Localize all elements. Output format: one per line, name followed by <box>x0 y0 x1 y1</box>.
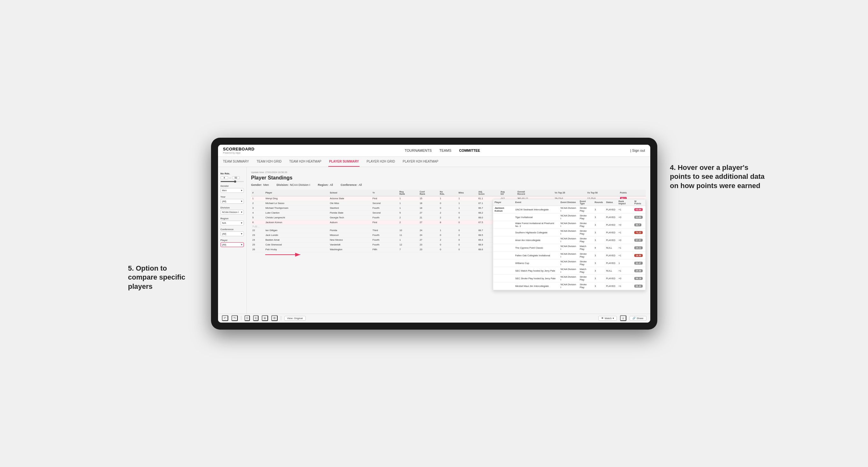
popup-col-player: Player <box>493 199 514 206</box>
brand: SCOREBOARD Powered by clippi <box>223 147 255 154</box>
gender-select[interactable]: Men ▾ <box>221 188 244 193</box>
filter-gender-label: Gender: <box>251 183 262 186</box>
year-select[interactable]: (All) ▾ <box>221 199 244 204</box>
add-button[interactable]: ⊕ <box>262 315 268 321</box>
cell-yr: Fourth <box>371 233 398 238</box>
paste-button[interactable]: ⎗ <box>253 315 258 321</box>
popup-row: Southern Highlands Collegiate NCAA Divis… <box>493 228 646 236</box>
cell-yr: Third <box>371 228 398 233</box>
popup-cell-division: NCAA Division I <box>559 206 578 213</box>
region-chevron: ▾ <box>241 222 242 224</box>
bottom-toolbar: ↶ ↷ ⎘ ⎗ ⊕ ⚙ View: Original 👁 Watch ▾ ⤓ 🔗 <box>218 314 650 322</box>
popup-col-event: Event <box>514 199 559 206</box>
col-conf-rank: ConfRank <box>418 190 438 196</box>
year-label: Year <box>221 195 244 198</box>
cell-player: Luke Clanton <box>264 210 329 215</box>
filter-gender: Gender: Men <box>251 183 269 186</box>
subnav-team-h2h-heatmap[interactable]: TEAM H2H HEATMAP <box>288 157 322 167</box>
cell-player: Jackson Koivun <box>264 220 329 225</box>
cell-yr: Second <box>371 201 398 206</box>
cell-school: Washington <box>329 247 371 252</box>
cell-no-rds: 1 <box>439 196 458 201</box>
redo-button[interactable]: ↷ <box>231 315 238 321</box>
share-button[interactable]: 🔗 Share <box>629 316 646 321</box>
cell-school: Missouri <box>329 233 371 238</box>
cell-school: Florida State <box>329 210 371 215</box>
year-value: (All) <box>222 200 226 203</box>
sub-nav: TEAM SUMMARY TEAM H2H GRID TEAM H2H HEAT… <box>218 157 650 167</box>
col-points: Points <box>619 190 646 196</box>
share-icon: 🔗 <box>632 317 636 320</box>
popup-col-type: Event Type <box>578 199 593 206</box>
popup-cell-points[interactable]: 03.64 <box>633 206 646 213</box>
nav-tournaments[interactable]: TOURNAMENTS <box>404 149 432 152</box>
player-value: (All) <box>222 243 226 246</box>
toolbar-divider-2 <box>281 316 281 320</box>
subnav-team-summary[interactable]: TEAM SUMMARY <box>222 157 250 167</box>
hover-popup: Player Event Event Division Event Type R… <box>493 199 646 290</box>
no-rds-min-input[interactable] <box>221 176 228 179</box>
player-chevron: ▾ <box>241 243 242 246</box>
conference-select[interactable]: (All) ▾ <box>221 231 244 236</box>
annotation-left: 5. Option to compare specific players <box>128 264 198 291</box>
division-chevron: ▾ <box>241 211 242 214</box>
popup-cell-rank-impact: +1 <box>617 206 633 213</box>
subnav-player-summary[interactable]: PLAYER SUMMARY <box>328 157 360 167</box>
cell-reg-rank: 1 <box>398 196 418 201</box>
cell-school: Auburn <box>329 220 371 225</box>
copy-button[interactable]: ⎘ <box>245 315 250 321</box>
update-time: Update time: 27/01/2024 16:56:26 <box>251 171 646 174</box>
popup-row: Mirobel Maui Jim Intercollegiate NCAA Di… <box>493 282 646 290</box>
col-vs50: Vs Top 50 <box>586 190 618 196</box>
table-area: Update time: 27/01/2024 16:56:26 Player … <box>247 167 650 314</box>
no-rds-slider[interactable] <box>221 181 244 182</box>
view-original-button[interactable]: View: Original <box>284 316 306 321</box>
slider-thumb <box>234 180 236 183</box>
watch-button[interactable]: 👁 Watch ▾ <box>598 316 617 321</box>
col-wins: Wins <box>457 190 477 196</box>
cell-school: Ole Miss <box>329 201 371 206</box>
cell-player: Jack Lundin <box>264 233 329 238</box>
col-yr: Yr <box>371 190 398 196</box>
cell-rank: 23 <box>251 233 264 238</box>
division-select[interactable]: NCAA Division I ▾ <box>221 210 244 215</box>
nav-committee[interactable]: COMMITTEE <box>459 149 480 152</box>
standings-title: Player Standings <box>251 175 646 181</box>
col-rank: # <box>251 190 264 196</box>
division-label: Division <box>221 206 244 209</box>
popup-row: SEC Stroke Play hosted by Jerry Pate NCA… <box>493 275 646 282</box>
cell-player: Michael Le Sasso <box>264 201 329 206</box>
col-reg-rank: RegRank <box>398 190 418 196</box>
slider-fill <box>221 181 235 182</box>
popup-row: Tiger Invitational NCAA Division I Strok… <box>493 213 646 221</box>
player-select[interactable]: (All) ▾ <box>221 242 244 247</box>
region-value: N/A <box>222 222 226 224</box>
popup-cell-rounds: 3 <box>593 206 604 213</box>
cell-yr: First <box>371 196 398 201</box>
no-rds-max-input[interactable] <box>232 176 240 179</box>
cell-school: Stanford <box>329 206 371 210</box>
subnav-team-h2h-grid[interactable]: TEAM H2H GRID <box>256 157 282 167</box>
subnav-player-h2h-heatmap[interactable]: PLAYER H2H HEATMAP <box>402 157 439 167</box>
col-no-rds: NoRds. <box>439 190 458 196</box>
col-player: Player <box>264 190 329 196</box>
popup-cell-status: PLAYED <box>604 206 617 213</box>
undo-button[interactable]: ↶ <box>222 315 228 321</box>
cell-player: Wenyi Ding <box>264 196 329 201</box>
sign-out[interactable]: | Sign out <box>630 149 645 152</box>
popup-row: Fallen Oak Collegiate Invitational NCAA … <box>493 251 646 259</box>
popup-row: SEC Match Play hosted by Jerry Pate NCAA… <box>493 267 646 275</box>
subnav-player-h2h-grid[interactable]: PLAYER H2H GRID <box>366 157 396 167</box>
nav-teams[interactable]: TEAMS <box>439 149 452 152</box>
cell-rank: 24 <box>251 238 264 242</box>
region-select[interactable]: N/A ▾ <box>221 221 244 225</box>
filter-gender-value: Men <box>263 183 269 186</box>
popup-cell-type: Stroke Play <box>578 206 593 213</box>
col-overall: OverallRecord <box>516 190 553 196</box>
filter-division-label: Division: <box>277 183 289 186</box>
division-value: NCAA Division I <box>222 211 239 214</box>
download-button[interactable]: ⤓ <box>620 315 626 321</box>
top-nav: SCOREBOARD Powered by clippi TOURNAMENTS… <box>218 145 650 157</box>
eye-icon: 👁 <box>601 317 604 320</box>
settings-button[interactable]: ⚙ <box>271 315 278 321</box>
